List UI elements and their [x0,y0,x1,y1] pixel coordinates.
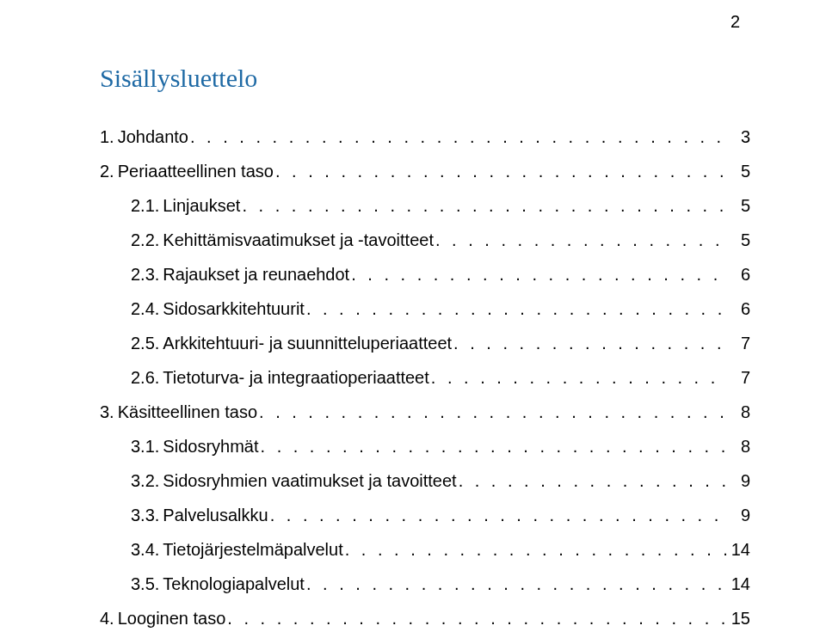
toc-row[interactable]: 5.Fyysinen taso . . . . . . . . . . . . … [100,640,750,644]
toc-dot-leader: . . . . . . . . . . . . . . . . . . . . … [306,571,726,597]
toc-entry-title: Arkkitehtuuri- ja suunnitteluperiaatteet [163,330,453,356]
page-number: 2 [730,12,740,32]
toc-entry-page: 5 [726,193,750,218]
toc-dot-leader: . . . . . . . . . . . . . . . . . . . . … [261,433,726,459]
toc-dot-leader: . . . . . . . . . . . . . . . . . . . . … [225,640,726,644]
toc-entry-number: 3.1. [131,433,159,459]
toc-entry-page: 7 [726,365,750,390]
toc-entry-title: Rajaukset ja reunaehdot [163,261,351,287]
toc-entry-number: 1. [100,124,114,150]
toc-entry-page: 6 [726,296,750,322]
toc-entry-page: 9 [726,502,750,528]
table-of-contents: 1.Johdanto . . . . . . . . . . . . . . .… [100,124,750,644]
toc-entry-page: 6 [726,261,750,287]
toc-dot-leader: . . . . . . . . . . . . . . . . . . . . … [190,124,726,150]
toc-entry-title: Linjaukset [163,193,242,218]
toc-row[interactable]: 2.4.Sidosarkkitehtuurit . . . . . . . . … [100,296,750,322]
toc-entry-page: 8 [726,399,750,425]
toc-row[interactable]: 3.1.Sidosryhmät . . . . . . . . . . . . … [100,433,750,459]
toc-entry-title: Käsitteellinen taso [118,399,259,425]
toc-row[interactable]: 3.5.Teknologiapalvelut . . . . . . . . .… [100,571,750,597]
toc-entry-page: 9 [726,468,750,494]
toc-entry-number: 3.3. [131,502,159,528]
toc-entry-number: 3.5. [131,571,159,597]
toc-entry-page: 7 [726,330,750,356]
toc-dot-leader: . . . . . . . . . . . . . . . . . . . . … [275,158,726,184]
toc-row[interactable]: 2.6.Tietoturva- ja integraatioperiaattee… [100,365,750,390]
toc-entry-title: Teknologiapalvelut [163,571,306,597]
toc-row[interactable]: 3.3.Palvelusalkku . . . . . . . . . . . … [100,502,750,528]
toc-heading: Sisällysluettelo [100,64,750,93]
toc-entry-number: 5. [100,640,114,644]
toc-dot-leader: . . . . . . . . . . . . . . . . . . . . … [270,502,726,528]
toc-entry-title: Tietojärjestelmäpalvelut [163,537,344,562]
toc-dot-leader: . . . . . . . . . . . . . . . . . . . . … [227,605,726,631]
toc-entry-title: Tietoturva- ja integraatioperiaatteet [163,365,430,390]
toc-entry-title: Palvelusalkku [163,502,269,528]
toc-entry-title: Johdanto [118,124,190,150]
toc-dot-leader: . . . . . . . . . . . . . . . . . . . . … [351,261,726,287]
toc-entry-number: 2.6. [131,365,159,390]
toc-dot-leader: . . . . . . . . . . . . . . . . . . . . … [453,330,726,356]
toc-row[interactable]: 2.5.Arkkitehtuuri- ja suunnitteluperiaat… [100,330,750,356]
toc-entry-title: Fyysinen taso [118,640,225,644]
toc-entry-page: 15 [726,605,750,631]
toc-entry-number: 3.2. [131,468,159,494]
toc-dot-leader: . . . . . . . . . . . . . . . . . . . . … [242,193,726,218]
toc-entry-title: Kehittämisvaatimukset ja -tavoitteet [163,227,435,253]
toc-dot-leader: . . . . . . . . . . . . . . . . . . . . … [459,468,726,494]
toc-row[interactable]: 1.Johdanto . . . . . . . . . . . . . . .… [100,124,750,150]
toc-entry-number: 2.5. [131,330,159,356]
toc-entry-number: 2.3. [131,261,159,287]
toc-row[interactable]: 3.Käsitteellinen taso . . . . . . . . . … [100,399,750,425]
toc-entry-page: 5 [726,227,750,253]
toc-entry-number: 2. [100,158,114,184]
toc-entry-title: Sidosarkkitehtuurit [163,296,306,322]
toc-entry-page: 16 [726,640,750,644]
toc-entry-page: 3 [726,124,750,150]
toc-entry-number: 2.1. [131,193,159,218]
toc-row[interactable]: 2.1.Linjaukset . . . . . . . . . . . . .… [100,193,750,218]
toc-entry-title: Sidosryhmien vaatimukset ja tavoitteet [163,468,458,494]
toc-entry-page: 14 [726,571,750,597]
toc-dot-leader: . . . . . . . . . . . . . . . . . . . . … [431,365,726,390]
toc-entry-number: 4. [100,605,114,631]
toc-entry-title: Sidosryhmät [163,433,260,459]
toc-entry-title: Looginen taso [118,605,228,631]
toc-dot-leader: . . . . . . . . . . . . . . . . . . . . … [306,296,726,322]
toc-dot-leader: . . . . . . . . . . . . . . . . . . . . … [259,399,726,425]
toc-row[interactable]: 3.4.Tietojärjestelmäpalvelut . . . . . .… [100,537,750,562]
toc-entry-number: 2.4. [131,296,159,322]
toc-entry-number: 3.4. [131,537,159,562]
toc-row[interactable]: 3.2.Sidosryhmien vaatimukset ja tavoitte… [100,468,750,494]
toc-row[interactable]: 4.Looginen taso . . . . . . . . . . . . … [100,605,750,631]
toc-row[interactable]: 2.Periaatteellinen taso . . . . . . . . … [100,158,750,184]
toc-dot-leader: . . . . . . . . . . . . . . . . . . . . … [435,227,726,253]
toc-entry-page: 8 [726,433,750,459]
toc-entry-page: 5 [726,158,750,184]
toc-row[interactable]: 2.2.Kehittämisvaatimukset ja -tavoitteet… [100,227,750,253]
toc-row[interactable]: 2.3.Rajaukset ja reunaehdot . . . . . . … [100,261,750,287]
toc-entry-number: 3. [100,399,114,425]
toc-entry-page: 14 [726,537,750,562]
toc-entry-title: Periaatteellinen taso [118,158,275,184]
toc-entry-number: 2.2. [131,227,159,253]
toc-dot-leader: . . . . . . . . . . . . . . . . . . . . … [345,537,726,562]
